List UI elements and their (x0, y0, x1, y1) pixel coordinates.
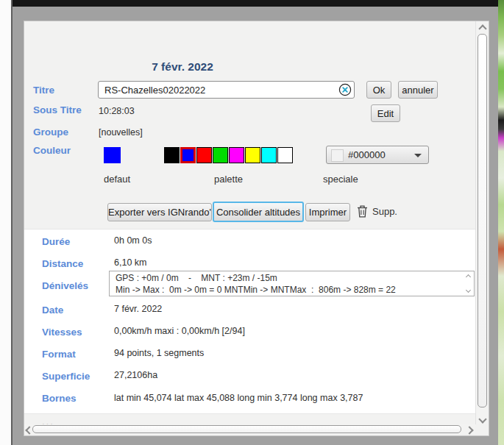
titre-input[interactable] (98, 81, 355, 99)
dropdown-value: #000000 (348, 149, 386, 160)
superficie-value: 27,2106ha (114, 370, 157, 380)
consolider-altitudes-button[interactable]: Consolider altitudes (213, 202, 304, 222)
export-ignrando-button[interactable]: Exporter vers IGNrando' (107, 203, 212, 221)
bornes-label: Bornes (42, 393, 77, 404)
vitesses-label: Vitesses (42, 327, 82, 338)
default-color-swatch[interactable] (104, 147, 121, 163)
defaut-label: defaut (104, 174, 130, 185)
supp-label: Supp. (372, 206, 397, 217)
deniveles-scroll-up-icon[interactable] (466, 274, 471, 280)
trash-icon[interactable] (357, 204, 368, 218)
palette-swatch-magenta[interactable] (229, 147, 244, 163)
bornes-value: lat min 45,074 lat max 45,088 long min 3… (114, 393, 363, 403)
date-label: Date (42, 305, 63, 316)
ok-button[interactable]: Ok (366, 81, 391, 99)
date-value: 7 févr. 2022 (114, 304, 162, 314)
palette-label: palette (164, 174, 293, 185)
dialog-vertical-scrollbar[interactable] (475, 21, 489, 424)
palette-swatch-green[interactable] (213, 147, 228, 163)
deniveles-detail-box: GPS : +0m / 0m - MNT : +23m / -15m Min -… (109, 271, 475, 296)
color-palette (164, 147, 293, 163)
palette-swatch-white[interactable] (277, 147, 293, 163)
groupe-value: [nouvelles] (99, 127, 143, 138)
distance-label: Distance (42, 258, 83, 269)
deniveles-scroll-down-icon[interactable] (466, 288, 471, 293)
sous-titre-label: Sous Titre (33, 104, 82, 115)
format-value: 94 points, 1 segments (114, 348, 204, 358)
page-left-edge (0, 0, 13, 445)
imprimer-button[interactable]: Imprimer (305, 203, 350, 221)
top-dark-bar (13, 0, 499, 7)
scroll-up-arrow-icon[interactable] (478, 24, 486, 32)
scroll-down-arrow-icon[interactable] (478, 415, 486, 423)
stats-panel (24, 229, 475, 414)
clear-input-icon[interactable] (338, 83, 352, 96)
sous-titre-value: 10:28:03 (99, 106, 135, 116)
titre-label: Titre (33, 85, 54, 96)
deniveles-line-2: Min -> Max : 0m -> 0m = 0 MNTMin -> MNTM… (116, 284, 461, 296)
speciale-label: speciale (323, 174, 358, 185)
vertical-scroll-thumb[interactable] (478, 34, 487, 407)
caret-down-icon (414, 154, 422, 157)
dialog-date-heading: 7 févr. 2022 (109, 60, 256, 74)
format-label: Format (42, 349, 76, 360)
dropdown-color-swatch (331, 149, 344, 162)
duree-label: Durée (42, 236, 70, 247)
groupe-label: Groupe (33, 127, 68, 138)
vitesses-value: 0,00km/h maxi : 0,00km/h [2/94] (114, 326, 245, 336)
scroll-right-arrow-icon[interactable] (465, 426, 473, 434)
edit-button[interactable]: Edit (371, 104, 400, 122)
palette-swatch-red[interactable] (196, 147, 212, 163)
special-color-dropdown[interactable]: #000000 (326, 146, 429, 164)
map-background-strip (498, 0, 504, 445)
superficie-label: Superficie (42, 371, 90, 382)
horizontal-scroll-thumb[interactable] (32, 425, 461, 433)
deniveles-label: Dénivelés (42, 280, 88, 291)
palette-swatch-black[interactable] (164, 147, 180, 163)
duree-value: 0h 0m 0s (114, 235, 152, 246)
dialog-horizontal-scrollbar[interactable] (24, 424, 475, 434)
deniveles-line-1: GPS : +0m / 0m - MNT : +23m / -15m (116, 272, 461, 284)
palette-swatch-yellow[interactable] (245, 147, 260, 163)
distance-value: 6,10 km (114, 257, 146, 268)
palette-swatch-blue-selected[interactable] (180, 147, 196, 163)
track-properties-dialog: 7 févr. 2022 Titre Ok annuler Sous Titre… (24, 21, 489, 436)
palette-swatch-cyan[interactable] (261, 147, 277, 163)
annuler-button[interactable]: annuler (398, 81, 438, 99)
couleur-label: Couleur (33, 145, 71, 156)
